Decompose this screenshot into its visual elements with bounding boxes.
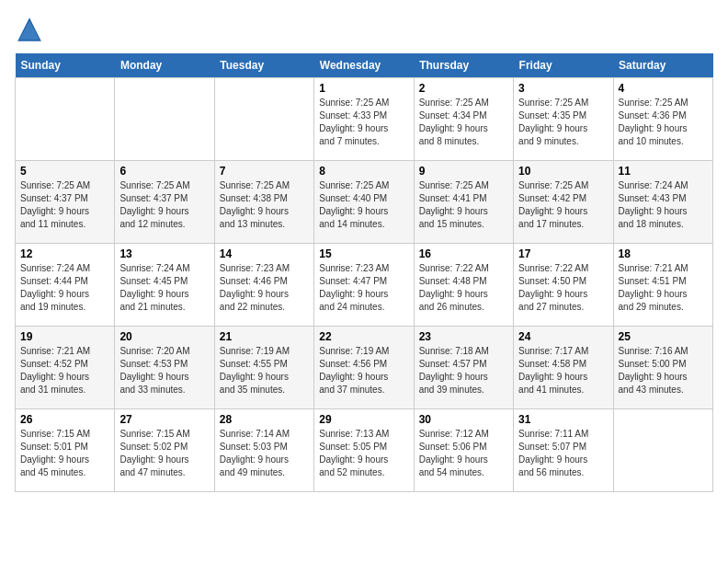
calendar-cell: 9Sunrise: 7:25 AM Sunset: 4:41 PM Daylig… [414, 161, 513, 244]
day-number: 8 [319, 165, 408, 178]
day-info: Sunrise: 7:17 AM Sunset: 4:58 PM Dayligh… [518, 345, 608, 396]
calendar-cell: 7Sunrise: 7:25 AM Sunset: 4:38 PM Daylig… [214, 161, 313, 244]
calendar-cell: 11Sunrise: 7:24 AM Sunset: 4:43 PM Dayli… [613, 161, 712, 244]
day-info: Sunrise: 7:24 AM Sunset: 4:43 PM Dayligh… [619, 179, 708, 231]
day-info: Sunrise: 7:14 AM Sunset: 5:03 PM Dayligh… [220, 428, 309, 479]
calendar: SundayMondayTuesdayWednesdayThursdayFrid… [15, 53, 713, 492]
day-number: 31 [518, 413, 608, 426]
day-number: 27 [119, 413, 209, 426]
calendar-cell: 15Sunrise: 7:23 AM Sunset: 4:47 PM Dayli… [314, 244, 414, 327]
day-number: 19 [20, 330, 109, 343]
calendar-cell: 25Sunrise: 7:16 AM Sunset: 5:00 PM Dayli… [613, 327, 712, 409]
day-number: 3 [518, 82, 608, 95]
calendar-header: SundayMondayTuesdayWednesdayThursdayFrid… [16, 53, 713, 78]
page-header [15, 15, 713, 44]
day-info: Sunrise: 7:15 AM Sunset: 5:01 PM Dayligh… [20, 428, 109, 479]
header-day-saturday: Saturday [613, 53, 712, 78]
calendar-cell: 19Sunrise: 7:21 AM Sunset: 4:52 PM Dayli… [16, 327, 115, 409]
day-info: Sunrise: 7:21 AM Sunset: 4:51 PM Dayligh… [619, 262, 708, 314]
calendar-cell: 20Sunrise: 7:20 AM Sunset: 4:53 PM Dayli… [115, 327, 214, 409]
calendar-body: 1Sunrise: 7:25 AM Sunset: 4:33 PM Daylig… [16, 78, 713, 492]
calendar-cell: 24Sunrise: 7:17 AM Sunset: 4:58 PM Dayli… [514, 327, 613, 409]
day-info: Sunrise: 7:22 AM Sunset: 4:50 PM Dayligh… [518, 262, 608, 314]
day-info: Sunrise: 7:19 AM Sunset: 4:55 PM Dayligh… [220, 345, 309, 396]
day-info: Sunrise: 7:18 AM Sunset: 4:57 PM Dayligh… [419, 345, 508, 396]
day-number: 16 [419, 247, 508, 260]
calendar-cell: 12Sunrise: 7:24 AM Sunset: 4:44 PM Dayli… [16, 244, 115, 327]
day-number: 2 [419, 82, 508, 95]
day-number: 11 [619, 165, 708, 178]
day-info: Sunrise: 7:25 AM Sunset: 4:38 PM Dayligh… [220, 179, 309, 231]
calendar-cell: 4Sunrise: 7:25 AM Sunset: 4:36 PM Daylig… [613, 78, 712, 161]
day-number: 5 [20, 165, 109, 178]
calendar-cell: 22Sunrise: 7:19 AM Sunset: 4:56 PM Dayli… [314, 327, 414, 409]
header-row: SundayMondayTuesdayWednesdayThursdayFrid… [16, 53, 713, 78]
day-info: Sunrise: 7:25 AM Sunset: 4:35 PM Dayligh… [518, 97, 608, 148]
calendar-cell: 28Sunrise: 7:14 AM Sunset: 5:03 PM Dayli… [214, 409, 313, 492]
day-number: 9 [419, 165, 508, 178]
week-row-3: 19Sunrise: 7:21 AM Sunset: 4:52 PM Dayli… [16, 327, 713, 409]
day-number: 7 [220, 165, 309, 178]
calendar-cell: 23Sunrise: 7:18 AM Sunset: 4:57 PM Dayli… [414, 327, 513, 409]
calendar-cell: 14Sunrise: 7:23 AM Sunset: 4:46 PM Dayli… [214, 244, 313, 327]
calendar-cell: 16Sunrise: 7:22 AM Sunset: 4:48 PM Dayli… [414, 244, 513, 327]
calendar-cell: 2Sunrise: 7:25 AM Sunset: 4:34 PM Daylig… [414, 78, 513, 161]
day-number: 21 [220, 330, 309, 343]
day-info: Sunrise: 7:23 AM Sunset: 4:47 PM Dayligh… [319, 262, 408, 314]
day-info: Sunrise: 7:11 AM Sunset: 5:07 PM Dayligh… [518, 428, 608, 479]
week-row-2: 12Sunrise: 7:24 AM Sunset: 4:44 PM Dayli… [16, 244, 713, 327]
day-number: 28 [220, 413, 309, 426]
calendar-cell: 5Sunrise: 7:25 AM Sunset: 4:37 PM Daylig… [16, 161, 115, 244]
calendar-cell: 30Sunrise: 7:12 AM Sunset: 5:06 PM Dayli… [414, 409, 513, 492]
day-info: Sunrise: 7:12 AM Sunset: 5:06 PM Dayligh… [419, 428, 508, 479]
day-info: Sunrise: 7:20 AM Sunset: 4:53 PM Dayligh… [119, 345, 209, 396]
day-info: Sunrise: 7:25 AM Sunset: 4:33 PM Dayligh… [319, 97, 408, 148]
header-day-tuesday: Tuesday [214, 53, 313, 78]
calendar-cell: 1Sunrise: 7:25 AM Sunset: 4:33 PM Daylig… [314, 78, 414, 161]
calendar-cell: 27Sunrise: 7:15 AM Sunset: 5:02 PM Dayli… [115, 409, 214, 492]
logo-icon [15, 15, 44, 44]
header-day-wednesday: Wednesday [314, 53, 414, 78]
day-number: 22 [319, 330, 408, 343]
header-day-sunday: Sunday [16, 53, 115, 78]
day-info: Sunrise: 7:21 AM Sunset: 4:52 PM Dayligh… [20, 345, 109, 396]
week-row-0: 1Sunrise: 7:25 AM Sunset: 4:33 PM Daylig… [16, 78, 713, 161]
day-number: 24 [518, 330, 608, 343]
day-info: Sunrise: 7:25 AM Sunset: 4:41 PM Dayligh… [419, 179, 508, 231]
day-number: 6 [119, 165, 209, 178]
calendar-cell: 29Sunrise: 7:13 AM Sunset: 5:05 PM Dayli… [314, 409, 414, 492]
day-number: 1 [319, 82, 408, 95]
calendar-cell: 26Sunrise: 7:15 AM Sunset: 5:01 PM Dayli… [16, 409, 115, 492]
day-info: Sunrise: 7:25 AM Sunset: 4:40 PM Dayligh… [319, 179, 408, 231]
calendar-cell: 8Sunrise: 7:25 AM Sunset: 4:40 PM Daylig… [314, 161, 414, 244]
week-row-4: 26Sunrise: 7:15 AM Sunset: 5:01 PM Dayli… [16, 409, 713, 492]
day-info: Sunrise: 7:16 AM Sunset: 5:00 PM Dayligh… [619, 345, 708, 396]
calendar-cell: 13Sunrise: 7:24 AM Sunset: 4:45 PM Dayli… [115, 244, 214, 327]
day-info: Sunrise: 7:13 AM Sunset: 5:05 PM Dayligh… [319, 428, 408, 479]
day-info: Sunrise: 7:24 AM Sunset: 4:44 PM Dayligh… [20, 262, 109, 314]
day-info: Sunrise: 7:19 AM Sunset: 4:56 PM Dayligh… [319, 345, 408, 396]
day-number: 17 [518, 247, 608, 260]
header-day-thursday: Thursday [414, 53, 513, 78]
header-day-monday: Monday [115, 53, 214, 78]
day-number: 23 [419, 330, 508, 343]
day-number: 14 [220, 247, 309, 260]
calendar-cell [613, 409, 712, 492]
day-number: 12 [20, 247, 109, 260]
week-row-1: 5Sunrise: 7:25 AM Sunset: 4:37 PM Daylig… [16, 161, 713, 244]
day-number: 10 [518, 165, 608, 178]
day-number: 29 [319, 413, 408, 426]
svg-marker-1 [19, 20, 40, 40]
day-number: 4 [619, 82, 708, 95]
calendar-cell: 6Sunrise: 7:25 AM Sunset: 4:37 PM Daylig… [115, 161, 214, 244]
day-info: Sunrise: 7:25 AM Sunset: 4:37 PM Dayligh… [20, 179, 109, 231]
calendar-cell [115, 78, 214, 161]
calendar-cell: 18Sunrise: 7:21 AM Sunset: 4:51 PM Dayli… [613, 244, 712, 327]
calendar-cell: 21Sunrise: 7:19 AM Sunset: 4:55 PM Dayli… [214, 327, 313, 409]
calendar-cell [16, 78, 115, 161]
logo [15, 15, 48, 44]
calendar-cell [214, 78, 313, 161]
day-info: Sunrise: 7:25 AM Sunset: 4:36 PM Dayligh… [619, 97, 708, 148]
day-number: 13 [119, 247, 209, 260]
day-info: Sunrise: 7:15 AM Sunset: 5:02 PM Dayligh… [119, 428, 209, 479]
